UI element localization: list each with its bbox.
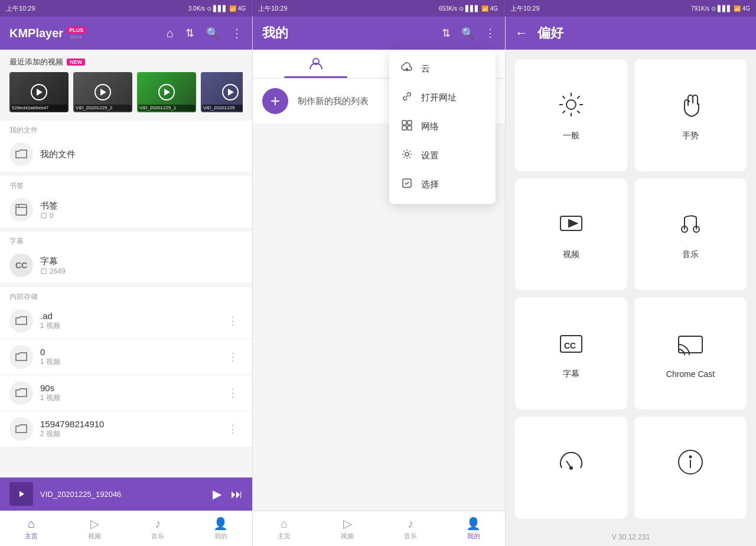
home-icon[interactable]: ⌂ [167, 27, 174, 40]
folder-more-3[interactable]: ⋮ [223, 420, 243, 438]
folder-more-2[interactable]: ⋮ [223, 384, 243, 402]
subtitles-name: 字幕 [40, 256, 243, 267]
pref-gesture[interactable]: 手势 [634, 59, 747, 171]
subtitles-item[interactable]: CC 字幕 2649 [0, 248, 252, 284]
folder-item-3[interactable]: 1594798214910 2 视频 ⋮ [0, 411, 252, 447]
music-pref-label: 音乐 [682, 249, 699, 260]
nav-home[interactable]: ⌂ 主页 [0, 511, 63, 546]
nav-music[interactable]: ♪ 音乐 [126, 511, 190, 546]
svg-text:CC: CC [564, 341, 576, 350]
video-thumbs: 526ed42a68eb47 VID_20201225_2 VID_202012… [9, 72, 243, 112]
status-bars: 上午10:29 3.0K/s ⊙ ▋▋▋ 📶 4G 上午10:29 653K/s… [0, 0, 756, 17]
my-files-info: 我的文件 [40, 149, 243, 160]
status-bar-2: 上午10:29 653K/s ⊙ ▋▋▋ 📶 4G [252, 0, 504, 17]
video-thumb-2[interactable]: VID_20201225_1 [137, 72, 196, 112]
subtitles-section-header: 字幕 [0, 228, 252, 248]
next-button[interactable]: ⏭ [231, 488, 243, 501]
bookmarks-item[interactable]: 书签 0 [0, 192, 252, 228]
search-icon[interactable]: 🔍 [206, 27, 219, 40]
pref-general[interactable]: 一般 [515, 59, 627, 171]
dropdown-cloud[interactable]: 云 [389, 54, 496, 83]
tab-person[interactable] [253, 50, 379, 78]
pref-subtitle[interactable]: CC 字幕 [515, 297, 627, 410]
folder-item-2[interactable]: 90s 1 视频 ⋮ [0, 375, 252, 411]
mid-more-icon[interactable]: ⋮ [485, 27, 496, 40]
logo-text: KMPlayer [9, 27, 63, 40]
mid-panel: 我的 ⇅ 🔍 ⋮ + 制作新的我的列表 [253, 17, 506, 546]
pref-speed[interactable] [515, 417, 627, 519]
sort-icon[interactable]: ⇅ [185, 27, 194, 40]
folder-item-1[interactable]: 0 1 视频 ⋮ [0, 339, 252, 375]
mid-nav-my[interactable]: 👤 我的 [442, 511, 505, 546]
right-panel: ← 偏好 一般 [506, 17, 756, 546]
dropdown-settings[interactable]: 设置 [389, 141, 496, 170]
my-files-item[interactable]: 我的文件 [0, 136, 252, 173]
right-header: ← 偏好 [506, 17, 756, 50]
svg-rect-4 [402, 121, 406, 125]
settings-dd-label: 设置 [421, 150, 439, 161]
dropdown-url[interactable]: 打开网址 [389, 83, 496, 112]
pref-music[interactable]: 音乐 [634, 178, 747, 291]
folder-more-0[interactable]: ⋮ [223, 312, 243, 330]
pref-video[interactable]: 视频 [515, 178, 627, 291]
subtitles-sub: 2649 [40, 267, 243, 275]
mid-nav-home[interactable]: ⌂ 主页 [253, 511, 316, 546]
folder-info-2: 90s 1 视频 [40, 383, 223, 403]
chromecast-icon [675, 328, 706, 362]
folder-icon-2 [9, 381, 33, 405]
svg-rect-5 [408, 121, 412, 125]
player-thumbnail [9, 482, 33, 506]
bookmarks-info: 书签 0 [40, 200, 243, 220]
back-button[interactable]: ← [515, 25, 528, 41]
thumb-label-2: VID_20201225_1 [138, 105, 195, 111]
video-pref-label: 视频 [563, 249, 579, 260]
folder-more-1[interactable]: ⋮ [223, 348, 243, 366]
select-label: 选择 [421, 179, 439, 190]
mid-nav-music-icon: ♪ [408, 517, 413, 531]
nav-music-icon: ♪ [155, 517, 161, 531]
my-files-section-header: 我的文件 [0, 117, 252, 136]
svg-rect-6 [402, 126, 406, 130]
gesture-label: 手势 [682, 131, 699, 141]
url-icon [401, 90, 413, 105]
video-thumb-0[interactable]: 526ed42a68eb47 [9, 72, 69, 112]
logo: KMPlayer PLUS DIVX [9, 27, 86, 40]
prefs-grid: 一般 手势 视频 [506, 50, 756, 528]
video-thumb-1[interactable]: VID_20201225_2 [73, 72, 132, 112]
mid-nav-music[interactable]: ♪ 音乐 [379, 511, 442, 546]
more-icon[interactable]: ⋮ [231, 26, 243, 40]
svg-rect-7 [408, 126, 412, 130]
time-3: 上午10:29 [510, 4, 540, 13]
nav-my[interactable]: 👤 我的 [189, 511, 252, 546]
nav-video[interactable]: ▷ 视频 [63, 511, 126, 546]
dropdown-network[interactable]: 网络 [389, 112, 496, 141]
new-badge: NEW [67, 58, 85, 66]
mid-sort-icon[interactable]: ⇅ [442, 27, 451, 40]
pref-chromecast[interactable]: Chrome Cast [634, 297, 747, 410]
status-bar-3: 上午10:29 791K/s ⊙ ▋▋▋ 📶 4G [504, 0, 756, 17]
pref-info[interactable] [634, 417, 747, 519]
bookmarks-icon [9, 198, 33, 222]
player-bar: VID_20201225_192046 ▶ ⏭ [0, 477, 252, 511]
dropdown-select[interactable]: 选择 [389, 170, 496, 199]
folder-item-0[interactable]: .ad 1 视频 ⋮ [0, 303, 252, 339]
folder-icon-3 [9, 417, 33, 441]
svg-marker-12 [569, 220, 577, 227]
video-thumb-3[interactable]: VID_20201225 [201, 72, 243, 112]
nav-video-icon: ▷ [90, 516, 99, 531]
thumb-label-1: VID_20201225_2 [74, 105, 131, 111]
subtitles-icon: CC [9, 254, 33, 277]
cloud-label: 云 [421, 63, 430, 74]
create-list-button[interactable]: + [262, 88, 288, 114]
mid-nav-video-label: 视频 [341, 532, 354, 541]
nav-home-icon: ⌂ [28, 517, 35, 531]
mid-nav-video[interactable]: ▷ 视频 [316, 511, 379, 546]
right-title: 偏好 [537, 24, 563, 42]
svg-rect-0 [16, 204, 27, 215]
internal-storage-header: 内部存储 [0, 284, 252, 303]
status-bar-1: 上午10:29 3.0K/s ⊙ ▋▋▋ 📶 4G [0, 0, 252, 17]
settings-dd-icon [401, 148, 413, 163]
mid-search-icon[interactable]: 🔍 [461, 27, 474, 40]
left-header-icons: ⌂ ⇅ 🔍 ⋮ [167, 26, 243, 40]
play-button[interactable]: ▶ [213, 487, 221, 501]
